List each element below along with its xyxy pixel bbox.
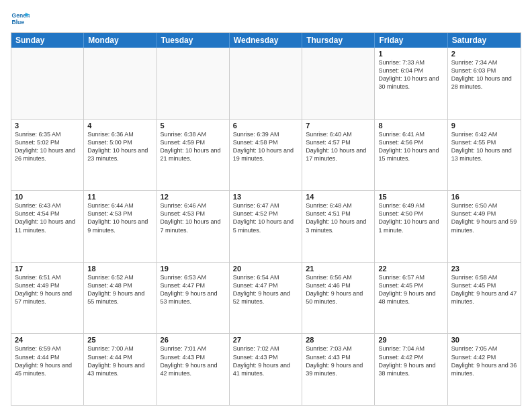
day-number: 2 (451, 50, 517, 58)
calendar-cell: 7Sunrise: 6:40 AM Sunset: 4:57 PM Daylig… (302, 120, 375, 191)
cell-info: Sunrise: 6:47 AM Sunset: 4:52 PM Dayligh… (233, 201, 298, 234)
day-number: 1 (378, 50, 443, 58)
cell-info: Sunrise: 6:51 AM Sunset: 4:49 PM Dayligh… (15, 273, 80, 306)
calendar-cell: 22Sunrise: 6:57 AM Sunset: 4:45 PM Dayli… (375, 263, 447, 334)
day-number: 4 (87, 122, 152, 130)
day-number: 23 (451, 265, 517, 273)
day-number: 3 (15, 122, 80, 130)
calendar-body: 1Sunrise: 7:33 AM Sunset: 6:04 PM Daylig… (11, 48, 521, 405)
calendar-cell: 28Sunrise: 7:03 AM Sunset: 4:43 PM Dayli… (302, 334, 375, 405)
cell-info: Sunrise: 7:03 AM Sunset: 4:43 PM Dayligh… (306, 345, 371, 377)
calendar-header: SundayMondayTuesdayWednesdayThursdayFrid… (11, 33, 521, 48)
day-number: 17 (15, 265, 80, 273)
day-number: 15 (378, 193, 443, 201)
calendar-cell: 21Sunrise: 6:56 AM Sunset: 4:46 PM Dayli… (302, 263, 375, 334)
cell-info: Sunrise: 6:41 AM Sunset: 4:56 PM Dayligh… (378, 130, 443, 163)
day-number: 25 (87, 336, 152, 344)
cell-info: Sunrise: 6:59 AM Sunset: 4:44 PM Dayligh… (15, 345, 80, 377)
day-number: 19 (161, 265, 226, 273)
calendar-cell: 20Sunrise: 6:54 AM Sunset: 4:47 PM Dayli… (230, 263, 302, 334)
calendar-cell: 6Sunrise: 6:39 AM Sunset: 4:58 PM Daylig… (230, 120, 302, 191)
svg-text:Blue: Blue (12, 19, 25, 26)
day-number: 30 (451, 336, 517, 344)
calendar-cell: 12Sunrise: 6:46 AM Sunset: 4:53 PM Dayli… (157, 191, 230, 262)
day-number: 16 (451, 193, 517, 201)
calendar-cell: 8Sunrise: 6:41 AM Sunset: 4:56 PM Daylig… (375, 120, 447, 191)
calendar-cell: 19Sunrise: 6:53 AM Sunset: 4:47 PM Dayli… (157, 263, 230, 334)
calendar-cell: 29Sunrise: 7:04 AM Sunset: 4:42 PM Dayli… (375, 334, 447, 405)
calendar-cell: 24Sunrise: 6:59 AM Sunset: 4:44 PM Dayli… (11, 334, 84, 405)
cell-info: Sunrise: 6:42 AM Sunset: 4:55 PM Dayligh… (451, 130, 517, 163)
day-number: 13 (233, 193, 298, 201)
cell-info: Sunrise: 7:02 AM Sunset: 4:43 PM Dayligh… (233, 345, 298, 377)
header-day-monday: Monday (84, 33, 157, 48)
header-day-wednesday: Wednesday (230, 33, 302, 48)
day-number: 12 (161, 193, 226, 201)
day-number: 11 (87, 193, 152, 201)
calendar-cell: 27Sunrise: 7:02 AM Sunset: 4:43 PM Dayli… (230, 334, 302, 405)
day-number: 10 (15, 193, 80, 201)
cell-info: Sunrise: 7:00 AM Sunset: 4:44 PM Dayligh… (87, 345, 152, 377)
cell-info: Sunrise: 6:40 AM Sunset: 4:57 PM Dayligh… (306, 130, 371, 163)
calendar-cell: 25Sunrise: 7:00 AM Sunset: 4:44 PM Dayli… (84, 334, 157, 405)
cell-info: Sunrise: 6:56 AM Sunset: 4:46 PM Dayligh… (306, 273, 371, 306)
cell-info: Sunrise: 6:50 AM Sunset: 4:49 PM Dayligh… (451, 201, 517, 234)
header-day-thursday: Thursday (302, 33, 375, 48)
day-number: 22 (378, 265, 443, 273)
header-day-friday: Friday (375, 33, 447, 48)
day-number: 8 (378, 122, 443, 130)
calendar-cell: 11Sunrise: 6:44 AM Sunset: 4:53 PM Dayli… (84, 191, 157, 262)
cell-info: Sunrise: 7:04 AM Sunset: 4:42 PM Dayligh… (378, 345, 443, 377)
calendar-row-1: 3Sunrise: 6:35 AM Sunset: 5:02 PM Daylig… (11, 119, 521, 191)
cell-info: Sunrise: 6:58 AM Sunset: 4:45 PM Dayligh… (451, 273, 517, 306)
cell-info: Sunrise: 7:33 AM Sunset: 6:04 PM Dayligh… (378, 58, 443, 91)
day-number: 21 (306, 265, 371, 273)
calendar-row-3: 17Sunrise: 6:51 AM Sunset: 4:49 PM Dayli… (11, 262, 521, 334)
header-day-sunday: Sunday (11, 33, 84, 48)
calendar-cell: 30Sunrise: 7:05 AM Sunset: 4:42 PM Dayli… (448, 334, 521, 405)
calendar-cell: 3Sunrise: 6:35 AM Sunset: 5:02 PM Daylig… (11, 120, 84, 191)
day-number: 26 (161, 336, 226, 344)
logo: General Blue (11, 9, 32, 28)
calendar-cell (157, 48, 230, 119)
cell-info: Sunrise: 6:36 AM Sunset: 5:00 PM Dayligh… (87, 130, 152, 163)
page: General Blue SundayMondayTuesdayWednesda… (0, 0, 532, 411)
cell-info: Sunrise: 6:39 AM Sunset: 4:58 PM Dayligh… (233, 130, 298, 163)
day-number: 27 (233, 336, 298, 344)
calendar-row-4: 24Sunrise: 6:59 AM Sunset: 4:44 PM Dayli… (11, 333, 521, 405)
cell-info: Sunrise: 6:43 AM Sunset: 4:54 PM Dayligh… (15, 201, 80, 234)
header-day-saturday: Saturday (448, 33, 521, 48)
calendar-cell: 14Sunrise: 6:48 AM Sunset: 4:51 PM Dayli… (302, 191, 375, 262)
calendar-cell: 15Sunrise: 6:49 AM Sunset: 4:50 PM Dayli… (375, 191, 447, 262)
day-number: 5 (161, 122, 226, 130)
cell-info: Sunrise: 6:52 AM Sunset: 4:48 PM Dayligh… (87, 273, 152, 306)
day-number: 14 (306, 193, 371, 201)
calendar-row-0: 1Sunrise: 7:33 AM Sunset: 6:04 PM Daylig… (11, 48, 521, 119)
calendar-cell (230, 48, 302, 119)
cell-info: Sunrise: 7:01 AM Sunset: 4:43 PM Dayligh… (161, 345, 226, 377)
day-number: 28 (306, 336, 371, 344)
calendar-cell: 17Sunrise: 6:51 AM Sunset: 4:49 PM Dayli… (11, 263, 84, 334)
cell-info: Sunrise: 6:38 AM Sunset: 4:59 PM Dayligh… (161, 130, 226, 163)
calendar-cell: 4Sunrise: 6:36 AM Sunset: 5:00 PM Daylig… (84, 120, 157, 191)
cell-info: Sunrise: 6:57 AM Sunset: 4:45 PM Dayligh… (378, 273, 443, 306)
calendar-cell: 5Sunrise: 6:38 AM Sunset: 4:59 PM Daylig… (157, 120, 230, 191)
calendar-cell: 16Sunrise: 6:50 AM Sunset: 4:49 PM Dayli… (448, 191, 521, 262)
day-number: 9 (451, 122, 517, 130)
calendar-cell: 1Sunrise: 7:33 AM Sunset: 6:04 PM Daylig… (375, 48, 447, 119)
cell-info: Sunrise: 6:54 AM Sunset: 4:47 PM Dayligh… (233, 273, 298, 306)
cell-info: Sunrise: 7:05 AM Sunset: 4:42 PM Dayligh… (451, 345, 517, 377)
cell-info: Sunrise: 6:49 AM Sunset: 4:50 PM Dayligh… (378, 201, 443, 234)
day-number: 18 (87, 265, 152, 273)
cell-info: Sunrise: 6:35 AM Sunset: 5:02 PM Dayligh… (15, 130, 80, 163)
header: General Blue (11, 7, 521, 28)
cell-info: Sunrise: 6:46 AM Sunset: 4:53 PM Dayligh… (161, 201, 226, 234)
cell-info: Sunrise: 6:48 AM Sunset: 4:51 PM Dayligh… (306, 201, 371, 234)
header-day-tuesday: Tuesday (157, 33, 230, 48)
calendar-cell: 13Sunrise: 6:47 AM Sunset: 4:52 PM Dayli… (230, 191, 302, 262)
calendar-cell (84, 48, 157, 119)
cell-info: Sunrise: 6:44 AM Sunset: 4:53 PM Dayligh… (87, 201, 152, 234)
logo-icon: General Blue (11, 9, 30, 28)
calendar-cell (302, 48, 375, 119)
calendar-cell: 23Sunrise: 6:58 AM Sunset: 4:45 PM Dayli… (448, 263, 521, 334)
